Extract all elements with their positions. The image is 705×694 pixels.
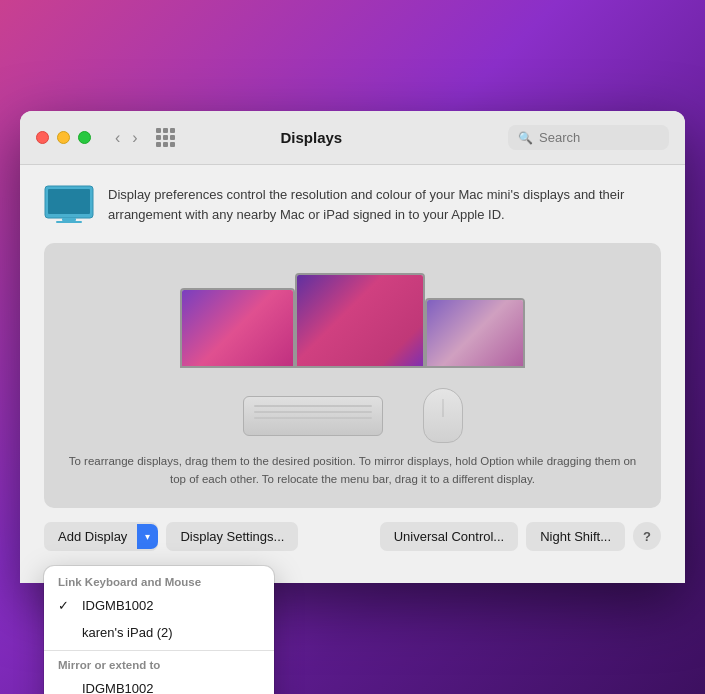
dropdown-item-idgmb1002-mirror[interactable]: IDGMB1002 — [44, 675, 274, 694]
night-shift-button[interactable]: Night Shift... — [526, 522, 625, 551]
add-display-group: Add Display ▾ Link Keyboard and Mouse ID… — [44, 522, 158, 551]
titlebar: ‹ › Displays 🔍 — [20, 111, 685, 165]
monitor-1[interactable] — [180, 288, 295, 368]
add-display-dropdown: Link Keyboard and Mouse IDGMB1002 karen'… — [44, 566, 274, 694]
dropdown-item-karens-ipad-2-link[interactable]: karen's iPad (2) — [44, 619, 274, 646]
content-area: Display preferences control the resoluti… — [20, 165, 685, 583]
monitor-3[interactable] — [425, 298, 525, 368]
svg-rect-2 — [62, 218, 76, 221]
monitors-container — [180, 273, 525, 368]
peripherals — [243, 388, 463, 443]
help-button[interactable]: ? — [633, 522, 661, 550]
display-hint-text: To rearrange displays, drag them to the … — [64, 453, 641, 488]
traffic-lights — [36, 131, 91, 144]
monitor-screen-2 — [297, 275, 423, 366]
display-settings-button[interactable]: Display Settings... — [166, 522, 298, 551]
display-arrangement-area: To rearrange displays, drag them to the … — [44, 243, 661, 508]
dropdown-divider — [44, 650, 274, 651]
window-title: Displays — [125, 129, 498, 146]
keyboard-image — [243, 396, 383, 436]
search-icon: 🔍 — [518, 131, 533, 145]
monitor-2[interactable] — [295, 273, 425, 368]
close-button[interactable] — [36, 131, 49, 144]
maximize-button[interactable] — [78, 131, 91, 144]
back-button[interactable]: ‹ — [111, 128, 124, 148]
dropdown-item-idgmb1002-link[interactable]: IDGMB1002 — [44, 592, 274, 619]
svg-rect-3 — [56, 221, 82, 223]
monitor-screen-3 — [427, 300, 523, 366]
main-window: ‹ › Displays 🔍 — [20, 111, 685, 583]
search-input[interactable] — [539, 130, 659, 145]
dropdown-item-label: IDGMB1002 — [82, 598, 154, 613]
display-icon — [44, 185, 94, 227]
svg-rect-1 — [48, 189, 90, 214]
add-display-chevron-button[interactable]: ▾ — [137, 524, 158, 549]
add-display-button[interactable]: Add Display — [44, 522, 137, 551]
minimize-button[interactable] — [57, 131, 70, 144]
chevron-down-icon: ▾ — [145, 531, 150, 542]
link-keyboard-mouse-header: Link Keyboard and Mouse — [44, 572, 274, 592]
dropdown-item-label: IDGMB1002 — [82, 681, 154, 694]
info-row: Display preferences control the resoluti… — [44, 185, 661, 227]
monitor-screen-1 — [182, 290, 293, 366]
mouse-image — [423, 388, 463, 443]
info-description: Display preferences control the resoluti… — [108, 185, 661, 224]
universal-control-button[interactable]: Universal Control... — [380, 522, 519, 551]
search-bar[interactable]: 🔍 — [508, 125, 669, 150]
dropdown-item-label: karen's iPad (2) — [82, 625, 173, 640]
mirror-extend-header: Mirror or extend to — [44, 655, 274, 675]
bottom-toolbar: Add Display ▾ Link Keyboard and Mouse ID… — [44, 522, 661, 567]
